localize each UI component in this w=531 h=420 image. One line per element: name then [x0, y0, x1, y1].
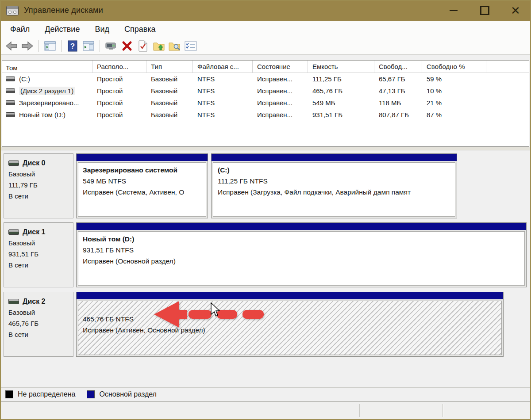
status-bar [1, 401, 530, 419]
column-header-free[interactable]: Свобод... [374, 61, 422, 73]
folder-search-icon [169, 41, 181, 51]
close-icon: ✕ [511, 5, 520, 16]
action-pane-button[interactable] [81, 39, 96, 53]
check-document-button[interactable] [136, 39, 150, 53]
svg-text:?: ? [70, 42, 75, 50]
disk1-info[interactable]: Диск 1 Базовый 931,51 ГБ В сети [4, 222, 73, 287]
delete-x-icon [121, 40, 133, 52]
volume-fs: NTFS [193, 111, 253, 118]
menu-file[interactable]: Файл [3, 21, 37, 38]
volume-free: 807,87 ГБ [374, 111, 422, 118]
disk-icon [8, 299, 19, 304]
menu-action[interactable]: Действие [37, 21, 87, 38]
column-header-layout[interactable]: Располо... [92, 61, 146, 73]
pane-splitter[interactable] [0, 147, 531, 150]
column-header-volume[interactable]: Том [2, 61, 92, 73]
volume-free-pct: 10 % [422, 87, 486, 95]
disk-size: 931,51 ГБ [8, 248, 70, 260]
column-header-empty[interactable] [486, 61, 529, 73]
partition-status: Исправен (Активен, Основной раздел) [83, 325, 497, 336]
partition-c[interactable]: (C:) 111,25 ГБ NTFS Исправен (Загрузка, … [211, 153, 457, 218]
column-header-filesystem[interactable]: Файловая с... [193, 61, 253, 73]
volume-icon [6, 88, 15, 93]
toolbar-separator [61, 40, 62, 52]
disk-type: Базовый [8, 168, 70, 179]
toolbar-separator [100, 40, 100, 52]
menu-view[interactable]: Вид [87, 21, 117, 38]
column-header-capacity[interactable]: Емкость [308, 61, 374, 73]
status-separator [359, 404, 360, 417]
volume-fs: NTFS [193, 99, 253, 107]
partition-title: Зарезервировано системой [83, 165, 201, 176]
menu-bar: Файл Действие Вид Справка [1, 21, 530, 38]
show-console-tree-button[interactable] [43, 39, 57, 53]
volume-layout: Простой [92, 99, 146, 107]
volume-free: 47,13 ГБ [374, 87, 422, 95]
volume-name: Зарезервировано... [19, 99, 79, 107]
maximize-icon [480, 6, 489, 15]
forward-button[interactable] [20, 39, 35, 53]
folder-search-button[interactable] [168, 39, 182, 53]
remote-computer-button[interactable] [104, 39, 118, 53]
minimize-button[interactable] [438, 0, 469, 21]
disk-name: Диск 0 [23, 157, 45, 168]
back-button[interactable] [4, 39, 19, 53]
toolbar: ? [1, 38, 530, 55]
volume-capacity: 465,76 ГБ [308, 87, 374, 95]
partition-title [83, 303, 497, 314]
partition-system-reserved[interactable]: Зарезервировано системой 549 МБ NTFS Исп… [76, 153, 208, 218]
volume-name: (C:) [19, 75, 30, 83]
disk-name: Диск 2 [23, 296, 45, 307]
volume-row-new-volume-d[interactable]: Новый том (D:) Простой Базовый NTFS Испр… [2, 109, 529, 121]
disk-name: Диск 1 [23, 226, 45, 237]
volume-row-system-reserved[interactable]: Зарезервировано... Простой Базовый NTFS … [2, 97, 529, 109]
volume-list-header: Том Располо... Тип Файловая с... Состоян… [2, 61, 529, 73]
folder-up-button[interactable] [152, 39, 166, 53]
disk2-info[interactable]: Диск 2 Базовый 465,76 ГБ В сети [4, 292, 73, 357]
volume-icon [6, 100, 15, 105]
column-header-status[interactable]: Состояние [253, 61, 308, 73]
volume-layout: Простой [92, 111, 146, 118]
partition-size: 931,51 ГБ NTFS [83, 245, 520, 256]
mouse-cursor [211, 302, 221, 317]
folder-up-icon [153, 41, 165, 51]
app-icon [6, 6, 19, 15]
help-button[interactable]: ? [65, 39, 80, 53]
partition-color-strip [212, 154, 457, 161]
volume-free-pct: 21 % [422, 99, 486, 107]
volume-row-c[interactable]: (C:) Простой Базовый NTFS Исправен... 11… [2, 73, 529, 85]
column-header-type[interactable]: Тип [146, 61, 193, 73]
disk-size: 111,79 ГБ [8, 179, 70, 191]
volume-status: Исправен... [253, 87, 308, 95]
volume-name: Новый том (D:) [19, 111, 65, 118]
window-title: Управление дисками [24, 6, 103, 15]
legend-unallocated: Не распределена [5, 390, 75, 398]
partition-title: (C:) [218, 165, 450, 176]
primary-partition-swatch [87, 390, 95, 398]
delete-button[interactable] [120, 39, 134, 53]
partition-color-strip [77, 292, 503, 299]
partition-color-strip [77, 154, 208, 161]
toolbar-separator [38, 40, 39, 52]
column-header-free-pct[interactable]: Свободно % [422, 61, 486, 73]
legend-label: Основной раздел [99, 390, 156, 398]
properties-list-button[interactable] [184, 39, 198, 53]
volume-row-disk2-part1[interactable]: (Диск 2 раздел 1) Простой Базовый NTFS И… [2, 85, 529, 97]
partition-disk2-selected[interactable]: 465,76 ГБ NTFS Исправен (Активен, Основн… [76, 292, 504, 357]
action-pane-icon [83, 41, 94, 51]
volume-type: Базовый [146, 111, 193, 118]
disk-type: Базовый [8, 307, 70, 318]
volume-icon [6, 76, 15, 81]
volume-capacity: 549 МБ [308, 99, 374, 107]
disk0-info[interactable]: Диск 0 Базовый 111,79 ГБ В сети [4, 153, 73, 218]
volume-free: 118 МБ [374, 99, 422, 107]
partition-new-volume-d[interactable]: Новый том (D:) 931,51 ГБ NTFS Исправен (… [76, 222, 527, 287]
volume-status: Исправен... [253, 99, 308, 107]
volume-status: Исправен... [253, 111, 308, 118]
red-arrow-annotation [146, 298, 274, 330]
partition-title: Новый том (D:) [83, 234, 520, 245]
maximize-button[interactable] [469, 0, 500, 21]
partition-status: Исправен (Основной раздел) [83, 256, 520, 267]
menu-help[interactable]: Справка [117, 21, 163, 38]
close-button[interactable]: ✕ [500, 0, 531, 21]
